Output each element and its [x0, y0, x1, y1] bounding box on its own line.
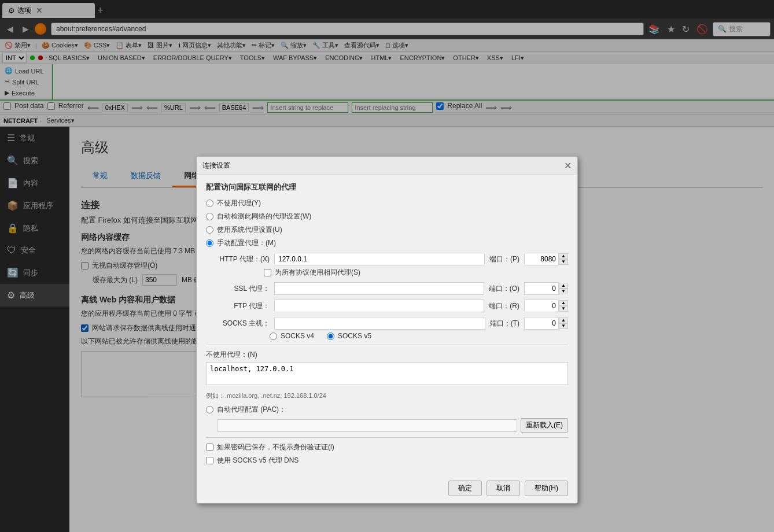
no-proxy-label: 不使用代理：(N) [206, 350, 568, 360]
no-proxy-textarea[interactable]: localhost, 127.0.0.1 [206, 362, 568, 385]
auto-pac-row[interactable]: 自动代理配置 (PAC)： [206, 405, 568, 415]
socks-v5-label: SOCKS v5 [338, 332, 371, 340]
dns-check-row[interactable]: 如果密码已保存，不提示身份验证证(l) [206, 442, 568, 452]
socks-dns-input[interactable] [206, 457, 213, 464]
socks-port-up[interactable]: ▲ [559, 317, 568, 323]
dialog-help-btn[interactable]: 帮助(H) [525, 481, 568, 496]
dialog-title-bar: 连接设置 ✕ [197, 157, 577, 175]
http-proxy-input[interactable] [274, 253, 485, 265]
dialog-footer: 确定 取消 帮助(H) [197, 476, 577, 503]
socks-host-input[interactable] [274, 317, 485, 330]
radio-auto-detect[interactable]: 自动检测此网络的代理设置(W) [206, 212, 568, 221]
ssl-proxy-row: SSL 代理： 端口：(O) ▲ ▼ [218, 282, 568, 295]
dns-check-label: 如果密码已保存，不提示身份验证证(l) [217, 442, 334, 452]
socks-v4-label: SOCKS v4 [281, 332, 314, 340]
dialog-close-btn[interactable]: ✕ [564, 160, 572, 171]
ftp-proxy-row: FTP 代理： 端口：(R) ▲ ▼ [218, 300, 568, 312]
pac-input-row: 重新载入(E) [218, 418, 568, 433]
dialog-cancel-btn[interactable]: 取消 [486, 481, 520, 496]
radio-no-proxy[interactable]: 不使用代理(Y) [206, 198, 568, 208]
socks-port-input[interactable] [524, 317, 559, 330]
dialog-ok-btn[interactable]: 确定 [448, 481, 482, 496]
http-port-up[interactable]: ▲ [559, 253, 568, 259]
ssl-proxy-label: SSL 代理： [218, 284, 270, 294]
dialog-title: 连接设置 [202, 161, 230, 171]
socks-host-label: SOCKS 主机： [218, 319, 270, 328]
ssl-proxy-input[interactable] [274, 282, 484, 295]
radio-manual-proxy-label: 手动配置代理：(M) [217, 238, 276, 248]
ssl-port-up[interactable]: ▲ [559, 283, 568, 289]
same-proxy-label: 为所有协议使用相同代理(S) [275, 268, 360, 278]
dialog-section-title: 配置访问国际互联网的代理 [206, 182, 568, 193]
http-port-label: 端口：(P) [489, 254, 519, 264]
radio-auto-detect-label: 自动检测此网络的代理设置(W) [217, 212, 311, 221]
radio-system-proxy-input[interactable] [206, 226, 213, 234]
http-port-down[interactable]: ▼ [559, 259, 568, 265]
http-port-spinner-btns: ▲ ▼ [559, 253, 568, 265]
socks-v5-radio[interactable] [327, 332, 334, 340]
ssl-port-label: 端口：(O) [489, 284, 519, 294]
divider1 [206, 345, 568, 345]
ftp-port-input[interactable] [524, 300, 559, 312]
pac-reload-btn[interactable]: 重新载入(E) [521, 418, 568, 433]
http-port-spinner[interactable]: ▲ ▼ [524, 253, 568, 265]
ftp-proxy-input[interactable] [274, 300, 484, 312]
socks-version-row: SOCKS v4 SOCKS v5 [270, 332, 568, 340]
radio-auto-detect-input[interactable] [206, 213, 213, 220]
radio-manual-proxy-input[interactable] [206, 239, 213, 247]
http-proxy-row: HTTP 代理：(X) 端口：(P) ▲ ▼ [218, 253, 568, 265]
ssl-port-input[interactable] [524, 282, 559, 295]
no-proxy-area: 不使用代理：(N) localhost, 127.0.0.1 [206, 350, 568, 387]
auto-pac-label: 自动代理配置 (PAC)： [217, 405, 286, 415]
socks-port-label: 端口：(T) [490, 319, 519, 328]
auto-pac-radio[interactable] [206, 406, 213, 413]
socks-v4-radio[interactable] [270, 332, 277, 340]
radio-system-proxy[interactable]: 使用系统代理设置(U) [206, 225, 568, 235]
ftp-proxy-label: FTP 代理： [218, 301, 270, 311]
socks-port-down[interactable]: ▼ [559, 323, 568, 329]
radio-no-proxy-input[interactable] [206, 200, 213, 207]
dns-check-input[interactable] [206, 444, 213, 451]
connection-dialog: 连接设置 ✕ 配置访问国际互联网的代理 不使用代理(Y) 自动检测此网络的代理设… [196, 156, 578, 504]
ftp-port-down[interactable]: ▼ [559, 306, 568, 312]
socks-port-spinner-btns: ▲ ▼ [559, 317, 568, 329]
example-text: 例如：.mozilla.org, .net.nz, 192.168.1.0/24 [206, 391, 568, 400]
radio-system-proxy-label: 使用系统代理设置(U) [217, 225, 282, 235]
socks-host-row: SOCKS 主机： 端口：(T) ▲ ▼ [218, 317, 568, 330]
socks-port-spinner[interactable]: ▲ ▼ [524, 317, 568, 330]
same-proxy-row[interactable]: 为所有协议使用相同代理(S) [264, 268, 568, 278]
ftp-port-spinner-btns: ▲ ▼ [559, 300, 568, 312]
ssl-port-spinner[interactable]: ▲ ▼ [524, 282, 568, 295]
radio-manual-proxy[interactable]: 手动配置代理：(M) [206, 238, 568, 248]
socks-dns-label: 使用 SOCKS v5 代理 DNS [217, 456, 298, 466]
socks-dns-row[interactable]: 使用 SOCKS v5 代理 DNS [206, 456, 568, 466]
same-proxy-checkbox[interactable] [264, 269, 271, 276]
dialog-body: 配置访问国际互联网的代理 不使用代理(Y) 自动检测此网络的代理设置(W) 使用… [197, 175, 577, 476]
divider2 [206, 437, 568, 438]
ftp-port-label: 端口：(R) [489, 301, 519, 311]
radio-no-proxy-label: 不使用代理(Y) [217, 198, 261, 208]
http-port-input[interactable] [524, 253, 559, 265]
ftp-port-spinner[interactable]: ▲ ▼ [524, 300, 568, 312]
ssl-port-down[interactable]: ▼ [559, 289, 568, 294]
ftp-port-up[interactable]: ▲ [559, 300, 568, 306]
dialog-overlay: 连接设置 ✕ 配置访问国际互联网的代理 不使用代理(Y) 自动检测此网络的代理设… [0, 0, 774, 532]
http-proxy-label: HTTP 代理：(X) [218, 254, 270, 264]
ssl-port-spinner-btns: ▲ ▼ [559, 283, 568, 294]
pac-url-input[interactable] [218, 419, 517, 432]
